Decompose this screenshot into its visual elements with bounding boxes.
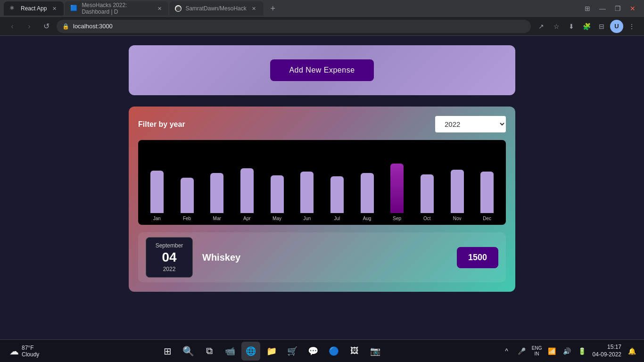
year-select[interactable]: 2020 2021 2022 2023 — [435, 116, 506, 132]
store-button[interactable]: 🛒 — [283, 342, 302, 361]
weather-info: 87°F Cloudy — [22, 345, 39, 358]
bar-oct[interactable] — [421, 174, 434, 213]
address-bar: ‹ › ↺ 🔒 localhost:3000 ↗ ☆ ⬇ 🧩 ⊟ U ⋮ — [0, 17, 644, 36]
taskbar-left: ☁ 87°F Cloudy — [6, 343, 43, 360]
bar-label-may: May — [272, 216, 281, 221]
filter-label: Filter by year — [138, 120, 185, 129]
bar-feb[interactable] — [181, 178, 194, 213]
search-button[interactable]: 🔍 — [179, 342, 198, 361]
filter-row: Filter by year 2020 2021 2022 2023 — [138, 116, 506, 132]
tab-github[interactable]: ⚫ SamratDawn/MesoHack ✕ — [169, 1, 263, 16]
download-icon[interactable]: ⬇ — [565, 20, 578, 33]
bar-label-jul: Jul — [334, 216, 340, 221]
tab-close-dashboard[interactable]: ✕ — [157, 5, 163, 12]
bar-dec[interactable] — [480, 172, 494, 213]
bar-column-sep: Sep — [382, 152, 412, 221]
battery-icon[interactable]: 🔋 — [576, 345, 589, 358]
tab-react-app[interactable]: ⚛ React App ✕ — [4, 1, 64, 16]
bar-label-jan: Jan — [153, 216, 161, 221]
bar-jun[interactable] — [300, 172, 314, 213]
whatsapp-button[interactable]: 💬 — [304, 342, 322, 361]
bar-column-dec: Dec — [472, 152, 502, 221]
bar-jan[interactable] — [150, 171, 164, 213]
clock[interactable]: 15:17 04-09-2022 — [593, 344, 621, 358]
chart-section: Filter by year 2020 2021 2022 2023 JanFe… — [129, 107, 515, 292]
url-text: localhost:3000 — [73, 23, 113, 30]
photos-button[interactable]: 🖼 — [345, 342, 364, 361]
tab-close-react[interactable]: ✕ — [50, 5, 58, 12]
bar-apr[interactable] — [240, 168, 254, 213]
clock-date: 04-09-2022 — [593, 351, 621, 359]
back-button[interactable]: ‹ — [6, 20, 19, 33]
expense-day: 04 — [154, 251, 185, 264]
weather-temp: 87°F — [22, 345, 39, 351]
bar-label-jun: Jun — [303, 216, 311, 221]
bar-label-oct: Oct — [423, 216, 431, 221]
maximize-button[interactable]: ❐ — [612, 3, 623, 14]
tab-favicon-github: ⚫ — [175, 5, 182, 12]
bar-column-jun: Jun — [292, 152, 322, 221]
split-screen-icon[interactable]: ⊟ — [595, 20, 608, 33]
bar-may[interactable] — [271, 175, 284, 213]
teams-button[interactable]: 📹 — [221, 342, 239, 361]
chrome-button[interactable]: 🔵 — [324, 342, 343, 361]
forward-button[interactable]: › — [23, 20, 36, 33]
sound-icon[interactable]: 🔊 — [561, 345, 574, 358]
new-tab-button[interactable]: + — [266, 2, 280, 15]
microphone-icon[interactable]: 🎤 — [515, 345, 528, 358]
expense-item: September 04 2022 Whiskey 1500 — [138, 232, 506, 282]
reload-button[interactable]: ↺ — [40, 20, 53, 33]
taskbar-center: ⊞ 🔍 ⧉ 📹 🌐 📁 🛒 💬 🔵 🖼 📷 — [43, 342, 500, 361]
bookmark-icon[interactable]: ☆ — [550, 20, 563, 33]
bar-column-oct: Oct — [412, 152, 442, 221]
bar-column-may: May — [262, 152, 292, 221]
tab-dashboard[interactable]: 🟦 MesoHacks 2022: Dashboard | D ✕ — [65, 1, 168, 16]
tray-expand-icon[interactable]: ^ — [500, 345, 513, 358]
bar-column-jul: Jul — [322, 152, 352, 221]
camera-button[interactable]: 📷 — [366, 342, 385, 361]
bar-mar[interactable] — [210, 173, 223, 213]
tab-close-github[interactable]: ✕ — [250, 5, 258, 12]
expense-amount: 1500 — [457, 247, 498, 268]
bar-chart: JanFebMarAprMayJunJulAugSepOctNovDec — [138, 140, 506, 225]
bar-label-feb: Feb — [183, 216, 191, 221]
taskbar-right: ^ 🎤 ENGIN 📶 🔊 🔋 15:17 04-09-2022 🔔 — [500, 344, 638, 358]
expense-date: September 04 2022 — [146, 237, 193, 278]
weather-widget[interactable]: ☁ 87°F Cloudy — [6, 343, 43, 360]
page-content: Add New Expense Filter by year 2020 2021… — [0, 36, 644, 339]
system-tray: ^ 🎤 ENGIN 📶 🔊 🔋 — [500, 345, 589, 358]
close-button[interactable]: ✕ — [627, 3, 638, 14]
bar-sep[interactable] — [390, 164, 404, 213]
tab-label-github: SamratDawn/MesoHack — [185, 5, 246, 12]
share-icon[interactable]: ↗ — [535, 20, 548, 33]
extensions-icon[interactable]: 🧩 — [580, 20, 593, 33]
wifi-icon[interactable]: 📶 — [545, 345, 559, 358]
task-view-button[interactable]: ⧉ — [200, 342, 219, 361]
bar-label-mar: Mar — [213, 216, 221, 221]
profile-avatar[interactable]: U — [610, 20, 623, 33]
add-expense-button[interactable]: Add New Expense — [270, 59, 373, 81]
bar-column-feb: Feb — [172, 152, 202, 221]
files-button[interactable]: 📁 — [262, 342, 281, 361]
bar-nov[interactable] — [451, 170, 464, 213]
lock-icon: 🔒 — [62, 23, 69, 30]
start-button[interactable]: ⊞ — [158, 342, 177, 361]
edge-button[interactable]: 🌐 — [241, 342, 260, 361]
bar-jul[interactable] — [330, 176, 344, 213]
bar-label-sep: Sep — [393, 216, 401, 221]
browser-chrome: ⚛ React App ✕ 🟦 MesoHacks 2022: Dashboar… — [0, 0, 644, 36]
window-controls: ⊞ — ❐ ✕ — [582, 3, 640, 14]
expense-month: September — [154, 242, 185, 249]
url-bar[interactable]: 🔒 localhost:3000 — [57, 20, 531, 33]
clock-time: 15:17 — [593, 344, 621, 351]
expense-name: Whiskey — [202, 252, 447, 263]
bar-label-dec: Dec — [483, 216, 491, 221]
notification-icon[interactable]: 🔔 — [625, 345, 638, 358]
language-indicator[interactable]: ENGIN — [530, 345, 544, 358]
bar-aug[interactable] — [361, 173, 374, 213]
menu-icon[interactable]: ⋮ — [625, 20, 638, 33]
tabs-button[interactable]: ⊞ — [582, 3, 593, 14]
minimize-button[interactable]: — — [597, 3, 608, 14]
taskbar: ☁ 87°F Cloudy ⊞ 🔍 ⧉ 📹 🌐 📁 🛒 💬 🔵 🖼 📷 ^ 🎤 … — [0, 339, 644, 362]
toolbar-icons: ↗ ☆ ⬇ 🧩 ⊟ U ⋮ — [535, 20, 638, 33]
